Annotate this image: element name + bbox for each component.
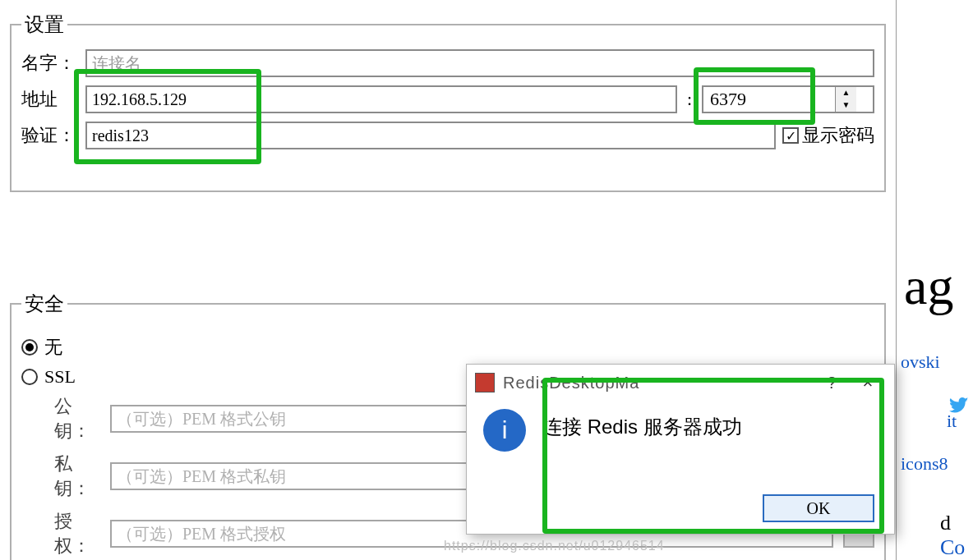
info-icon: i [483, 409, 526, 452]
settings-legend: 设置 [21, 11, 67, 38]
radio-none[interactable]: 无 [21, 335, 874, 360]
port-spin-up-icon[interactable]: ▲ [836, 87, 856, 99]
row-auth: 验证： ✓ 显示密码 [21, 122, 874, 149]
auth-label: 验证： [21, 123, 79, 148]
row-name: 名字： [21, 49, 874, 77]
credits-link[interactable]: ovski [901, 351, 940, 373]
credits-link[interactable]: icons8 [901, 453, 948, 475]
settings-group: 设置 名字： 地址 : ▲ ▼ 验证： ✓ 显示密码 [10, 11, 886, 192]
port-spin-buttons[interactable]: ▲ ▼ [835, 87, 856, 112]
row-address: 地址 : ▲ ▼ [21, 85, 874, 113]
radio-ssl-label: SSL [44, 366, 76, 388]
show-password-checkbox[interactable]: ✓ 显示密码 [782, 123, 874, 148]
port-spin-down-icon[interactable]: ▼ [836, 99, 856, 112]
radio-dot-icon [21, 339, 38, 356]
app-logo-icon [475, 373, 495, 392]
addr-port-separator: : [684, 89, 695, 110]
credits-tail: d Co [940, 511, 973, 560]
port-input[interactable] [703, 87, 835, 112]
radio-none-label: 无 [44, 335, 62, 360]
radio-dot-icon [21, 369, 38, 385]
checkbox-icon: ✓ [782, 127, 799, 144]
connection-result-dialog: RedisDesktopMa ? × i 连接 Redis 服务器成功 OK [466, 364, 895, 535]
credits-link[interactable]: it [947, 411, 957, 432]
name-input[interactable] [85, 49, 874, 77]
authfile-label: 授权： [21, 509, 104, 558]
side-heading-fragment: ag [904, 256, 953, 317]
help-icon[interactable]: ? [814, 374, 850, 392]
dialog-body: i 连接 Redis 服务器成功 [467, 401, 894, 452]
close-icon[interactable]: × [850, 372, 886, 393]
side-credits-panel: ag ovski it icons8 d Co [901, 0, 973, 560]
address-input[interactable] [85, 85, 677, 113]
dialog-titlebar[interactable]: RedisDesktopMa ? × [467, 365, 894, 401]
auth-input[interactable] [85, 122, 776, 149]
name-label: 名字： [21, 51, 79, 76]
privkey-label: 私钥： [21, 452, 104, 501]
dialog-title: RedisDesktopMa [503, 374, 814, 392]
watermark: https://blog.csdn.net/u012946514 [444, 539, 665, 553]
address-label: 地址 [21, 87, 79, 112]
show-password-label: 显示密码 [802, 123, 874, 148]
security-legend: 安全 [21, 291, 67, 317]
dialog-message: 连接 Redis 服务器成功 [542, 409, 742, 440]
pubkey-label: 公钥： [21, 394, 104, 443]
port-spinbox[interactable]: ▲ ▼ [702, 85, 874, 113]
ok-button[interactable]: OK [763, 494, 874, 522]
